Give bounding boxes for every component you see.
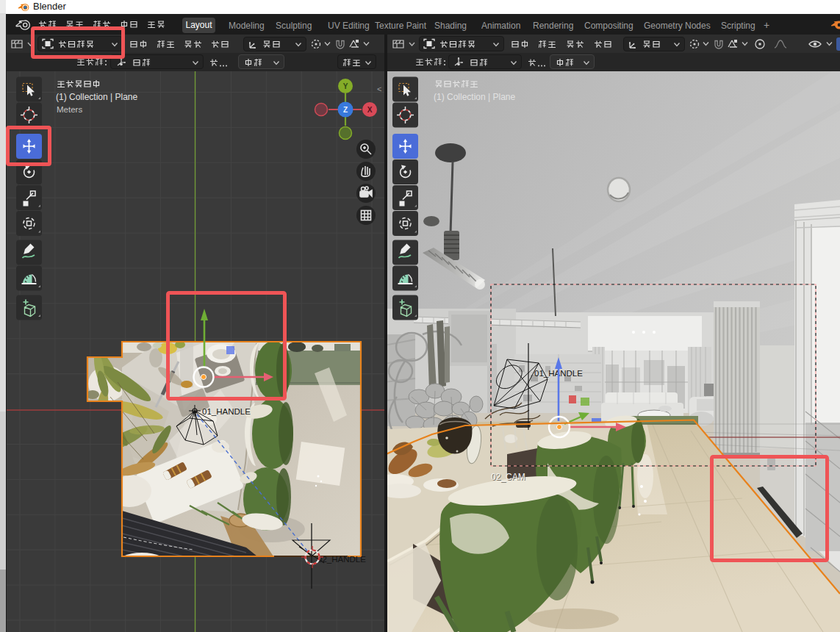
svg-text:02_HANDLE: 02_HANDLE [317, 555, 366, 564]
svg-text:(1) Collection | Plane: (1) Collection | Plane [56, 92, 137, 102]
svg-text:Meters: Meters [57, 105, 82, 114]
svg-text:<: < [377, 85, 381, 93]
svg-text:02_CAM: 02_CAM [491, 472, 525, 482]
svg-text:Z: Z [343, 106, 348, 114]
svg-text:Y: Y [343, 82, 348, 90]
svg-text:(1) Collection | Plane: (1) Collection | Plane [434, 92, 515, 102]
svg-text:X: X [367, 106, 373, 114]
svg-text:01_HANDLE: 01_HANDLE [202, 407, 251, 416]
